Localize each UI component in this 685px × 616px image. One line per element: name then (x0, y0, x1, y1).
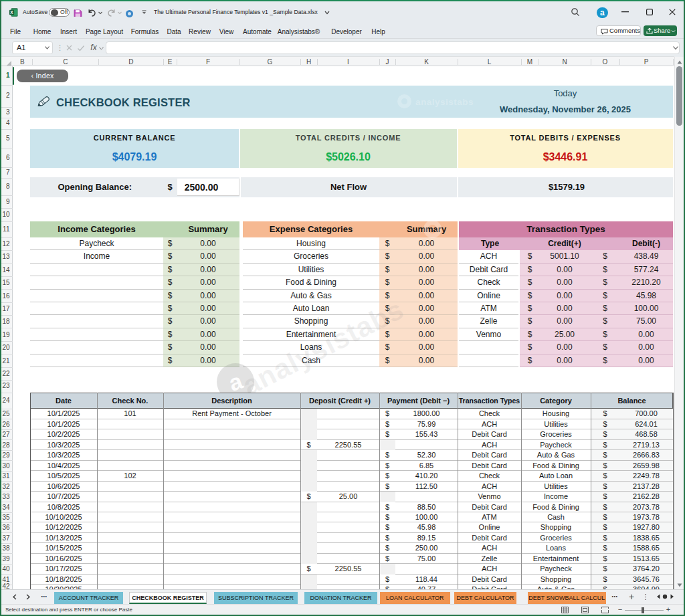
svg-text:X: X (10, 9, 13, 14)
